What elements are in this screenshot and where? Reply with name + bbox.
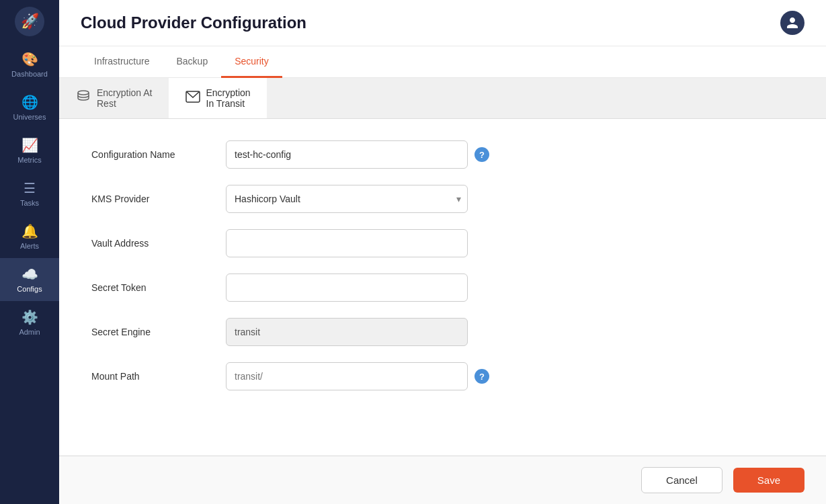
form-row-vault-address: Vault Address: [91, 229, 794, 257]
help-icon-mount-path[interactable]: ?: [474, 369, 489, 384]
tab-security[interactable]: Security: [221, 46, 282, 78]
label-kms-provider: KMS Provider: [91, 194, 226, 204]
svg-point-0: [78, 91, 89, 95]
sidebar-item-label: Metrics: [17, 156, 41, 164]
form-row-secret-token: Secret Token: [91, 274, 794, 302]
content-area: Encryption AtRest EncryptionIn Transit C…: [59, 78, 826, 456]
header: Cloud Provider Configuration: [59, 0, 826, 46]
tab-backup[interactable]: Backup: [163, 46, 221, 78]
select-wrapper-kms: Hashicorp Vault AWS KMS GCP KMS ▾: [226, 185, 468, 213]
form-area: Configuration Name ? KMS Provider Hashic…: [59, 119, 826, 455]
control-mount-path: ?: [226, 362, 489, 390]
page-title: Cloud Provider Configuration: [81, 13, 306, 32]
sidebar-item-alerts[interactable]: 🔔 Alerts: [0, 215, 59, 258]
control-config-name: ?: [226, 140, 489, 169]
rocket-icon: 🚀: [21, 13, 39, 30]
form-row-secret-engine: Secret Engine: [91, 318, 794, 346]
tasks-icon: ☰: [24, 180, 36, 196]
sidebar-item-dashboard[interactable]: 🎨 Dashboard: [0, 43, 59, 86]
dashboard-icon: 🎨: [22, 51, 38, 67]
sidebar: 🚀 🎨 Dashboard 🌐 Universes 📈 Metrics ☰ Ta…: [0, 0, 59, 504]
form-row-mount-path: Mount Path ?: [91, 362, 794, 390]
sidebar-item-label: Configs: [17, 285, 42, 293]
control-kms-provider: Hashicorp Vault AWS KMS GCP KMS ▾: [226, 185, 468, 213]
form-row-kms-provider: KMS Provider Hashicorp Vault AWS KMS GCP…: [91, 185, 794, 213]
subtab-encryption-transit-label: EncryptionIn Transit: [206, 87, 251, 109]
database-icon: [75, 89, 91, 108]
logo-icon: 🚀: [15, 7, 44, 36]
sidebar-item-admin[interactable]: ⚙️ Admin: [0, 301, 59, 344]
tab-infrastructure[interactable]: Infrastructure: [81, 46, 163, 78]
input-vault-address[interactable]: [226, 229, 468, 257]
help-icon-config-name[interactable]: ?: [474, 147, 489, 162]
control-vault-address: [226, 229, 468, 257]
sidebar-item-configs[interactable]: ☁️ Configs: [0, 258, 59, 301]
sidebar-logo: 🚀: [0, 0, 59, 43]
sidebar-item-label: Universes: [13, 113, 46, 121]
subtab-encryption-rest-label: Encryption AtRest: [97, 87, 153, 109]
user-avatar[interactable]: [780, 11, 804, 35]
sidebar-item-label: Admin: [19, 328, 40, 336]
subtab-encryption-rest[interactable]: Encryption AtRest: [59, 78, 169, 118]
input-config-name[interactable]: [226, 140, 468, 169]
encryption-subtabs: Encryption AtRest EncryptionIn Transit: [59, 78, 826, 119]
control-secret-engine: [226, 318, 468, 346]
sidebar-item-label: Dashboard: [11, 70, 48, 78]
input-secret-token[interactable]: [226, 274, 468, 302]
sidebar-item-label: Alerts: [20, 242, 39, 250]
subtab-encryption-transit[interactable]: EncryptionIn Transit: [169, 78, 267, 118]
main-tabs: Infrastructure Backup Security: [59, 46, 826, 78]
footer: Cancel Save: [59, 456, 826, 504]
control-secret-token: [226, 274, 468, 302]
sidebar-item-tasks[interactable]: ☰ Tasks: [0, 172, 59, 215]
main-content: Cloud Provider Configuration Infrastruct…: [59, 0, 826, 504]
label-vault-address: Vault Address: [91, 238, 226, 249]
metrics-icon: 📈: [22, 137, 38, 153]
label-secret-token: Secret Token: [91, 282, 226, 293]
label-config-name: Configuration Name: [91, 149, 226, 160]
form-row-config-name: Configuration Name ?: [91, 140, 794, 169]
sidebar-item-universes[interactable]: 🌐 Universes: [0, 86, 59, 129]
admin-icon: ⚙️: [22, 309, 38, 325]
label-mount-path: Mount Path: [91, 371, 226, 382]
alerts-icon: 🔔: [22, 223, 38, 239]
select-kms-provider[interactable]: Hashicorp Vault AWS KMS GCP KMS: [226, 185, 468, 213]
sidebar-item-metrics[interactable]: 📈 Metrics: [0, 129, 59, 172]
email-icon: [185, 89, 201, 108]
sidebar-item-label: Tasks: [20, 199, 39, 207]
save-button[interactable]: Save: [733, 468, 804, 493]
label-secret-engine: Secret Engine: [91, 327, 226, 337]
configs-icon: ☁️: [22, 266, 38, 282]
universes-icon: 🌐: [22, 94, 38, 110]
input-mount-path[interactable]: [226, 362, 468, 390]
input-secret-engine: [226, 318, 468, 346]
cancel-button[interactable]: Cancel: [641, 467, 722, 493]
user-icon: [786, 16, 799, 30]
